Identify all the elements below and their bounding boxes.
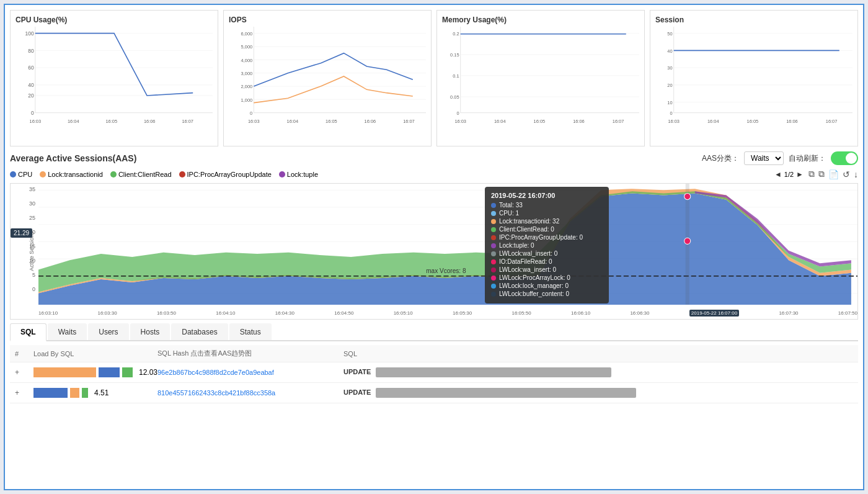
svg-text:0: 0 bbox=[456, 110, 459, 116]
svg-text:0: 0 bbox=[670, 110, 672, 116]
tab-hosts[interactable]: Hosts bbox=[130, 323, 170, 340]
bar-green-2 bbox=[82, 388, 88, 398]
svg-text:20: 20 bbox=[667, 83, 672, 88]
memory-chart-title: Memory Usage(%) bbox=[442, 16, 639, 24]
svg-text:10: 10 bbox=[667, 100, 672, 106]
bar-orange-2 bbox=[70, 388, 79, 398]
x-label-2: 16:03:30 bbox=[97, 310, 117, 316]
svg-text:max Vcores: 8: max Vcores: 8 bbox=[426, 267, 466, 274]
top-charts-row: CPU Usage(%) 100 80 60 40 20 0 bbox=[10, 10, 858, 146]
auto-refresh-toggle[interactable] bbox=[831, 151, 858, 165]
row-sql-1: UPDATE bbox=[343, 367, 853, 377]
y-axis-labels: 35 30 25 20 15 10 5 0 bbox=[11, 184, 38, 305]
sql-bar-2 bbox=[376, 388, 636, 398]
x-label-1: 16:03:10 bbox=[38, 310, 58, 316]
row-expand-1[interactable]: + bbox=[15, 368, 33, 377]
legend-dot-ipc bbox=[179, 171, 185, 177]
sql-bar-1 bbox=[376, 367, 611, 377]
svg-text:5,000: 5,000 bbox=[241, 44, 253, 50]
session-chart: Session 50 40 30 20 10 0 16:03 16:04 16: bbox=[650, 10, 858, 146]
row-hash-1: 96e2b867bc4c988f8d2cde7e0a9eabaf bbox=[157, 368, 343, 377]
y-label-15: 15 bbox=[11, 243, 35, 249]
svg-text:16:03: 16:03 bbox=[248, 119, 260, 124]
aas-category-select[interactable]: Waits bbox=[744, 151, 784, 165]
aas-chart-svg: max Vcores: 8 bbox=[38, 184, 857, 305]
svg-point-89 bbox=[684, 238, 691, 244]
main-container: CPU Usage(%) 100 80 60 40 20 0 bbox=[4, 4, 864, 490]
svg-text:20: 20 bbox=[28, 92, 34, 99]
tab-status[interactable]: Status bbox=[229, 323, 272, 340]
svg-text:3,000: 3,000 bbox=[241, 71, 253, 76]
prev-page-btn[interactable]: ◄ bbox=[774, 170, 782, 179]
svg-text:0: 0 bbox=[250, 110, 252, 116]
pagination-controls: ◄ 1/2 ► bbox=[774, 170, 804, 179]
svg-text:16:03: 16:03 bbox=[668, 119, 680, 124]
page-indicator: 1/2 bbox=[784, 171, 794, 178]
tab-databases[interactable]: Databases bbox=[171, 323, 228, 340]
load-value-1: 12.03 bbox=[139, 368, 157, 377]
tab-sql[interactable]: SQL bbox=[10, 323, 46, 341]
svg-text:0.15: 0.15 bbox=[450, 52, 459, 58]
refresh-icon[interactable]: ↺ bbox=[843, 169, 850, 179]
x-label-5: 16:04:30 bbox=[275, 310, 294, 316]
x-label-11: 16:06:30 bbox=[630, 310, 649, 316]
auto-refresh-label: 自动刷新： bbox=[789, 153, 826, 164]
document-icon[interactable]: 📄 bbox=[828, 169, 839, 179]
legend-ipc: IPC:ProcArrayGroupUpdate bbox=[179, 171, 272, 178]
svg-text:16:05: 16:05 bbox=[105, 119, 117, 124]
svg-text:0.2: 0.2 bbox=[453, 31, 459, 37]
right-controls: AAS分类： Waits 自动刷新： bbox=[702, 151, 858, 165]
x-label-14: 16:07:50 bbox=[838, 310, 857, 316]
tab-waits[interactable]: Waits bbox=[48, 323, 87, 340]
sql-label-1: UPDATE bbox=[343, 368, 371, 375]
cpu-chart-svg: 100 80 60 40 20 0 16:03 16:04 16:05 16:0… bbox=[16, 27, 213, 126]
svg-text:16:07: 16:07 bbox=[826, 119, 838, 124]
value-label: 21.29 bbox=[11, 228, 32, 238]
row-load-1: 12.03 bbox=[33, 367, 157, 377]
x-axis-labels: 16:03:10 16:03:30 16:03:50 16:04:10 16:0… bbox=[38, 307, 857, 319]
copy-icon[interactable]: ⧉ bbox=[808, 169, 815, 179]
svg-text:16:03: 16:03 bbox=[30, 119, 42, 124]
x-label-6: 16:04:50 bbox=[334, 310, 353, 316]
svg-text:50: 50 bbox=[667, 31, 672, 37]
y-label-30: 30 bbox=[11, 200, 35, 207]
load-bar-2: 4.51 bbox=[33, 388, 157, 398]
tab-users[interactable]: Users bbox=[88, 323, 128, 340]
legend-label-ipc: IPC:ProcArrayGroupUpdate bbox=[187, 171, 272, 178]
svg-text:16:06: 16:06 bbox=[786, 119, 798, 124]
next-page-btn[interactable]: ► bbox=[796, 170, 804, 179]
row-sql-2: UPDATE bbox=[343, 388, 853, 398]
svg-text:2,000: 2,000 bbox=[241, 84, 253, 89]
legend-label-lock-tuple: Lock:tuple bbox=[287, 171, 318, 178]
x-label-9: 16:05:50 bbox=[512, 310, 531, 316]
svg-text:0: 0 bbox=[31, 110, 34, 116]
col-header-hash: SQL Hash 点击查看AAS趋势图 bbox=[157, 349, 343, 358]
row-expand-2[interactable]: + bbox=[15, 388, 33, 397]
svg-text:16:03: 16:03 bbox=[454, 119, 466, 124]
svg-text:16:07: 16:07 bbox=[182, 119, 193, 124]
svg-text:4,000: 4,000 bbox=[241, 58, 253, 63]
svg-text:40: 40 bbox=[667, 48, 672, 54]
svg-text:60: 60 bbox=[28, 65, 34, 71]
chart-controls: ◄ 1/2 ► ⧉ ⧉ 📄 ↺ ↓ bbox=[774, 169, 858, 179]
svg-text:16:04: 16:04 bbox=[287, 119, 299, 124]
legend-label-lock-txid: Lock:transactionid bbox=[48, 171, 103, 178]
cpu-chart-title: CPU Usage(%) bbox=[16, 16, 213, 24]
hash-link-2[interactable]: 810e45571662433c8cb421bf88cc358a bbox=[157, 389, 275, 397]
table-row: + 4.51 810e45571662433c8cb421bf88cc358a … bbox=[10, 383, 858, 403]
bar-blue-1 bbox=[99, 367, 120, 377]
download-icon[interactable]: ↓ bbox=[854, 169, 858, 179]
svg-text:16:04: 16:04 bbox=[68, 119, 79, 124]
hash-link-1[interactable]: 96e2b867bc4c988f8d2cde7e0a9eabaf bbox=[157, 369, 274, 376]
x-label-10: 16:06:10 bbox=[571, 310, 590, 316]
load-value-2: 4.51 bbox=[94, 388, 108, 397]
legend-cpu: CPU bbox=[10, 171, 32, 178]
legend-dot-cpu bbox=[10, 171, 16, 177]
y-label-5: 5 bbox=[11, 272, 35, 278]
aas-header: Average Active Sessions(AAS) AAS分类： Wait… bbox=[10, 151, 858, 165]
y-label-35: 35 bbox=[11, 186, 35, 192]
svg-text:16:07: 16:07 bbox=[613, 119, 624, 124]
duplicate-icon[interactable]: ⧉ bbox=[818, 169, 825, 179]
svg-text:16:06: 16:06 bbox=[144, 119, 156, 124]
col-header-sql: SQL bbox=[343, 350, 853, 357]
